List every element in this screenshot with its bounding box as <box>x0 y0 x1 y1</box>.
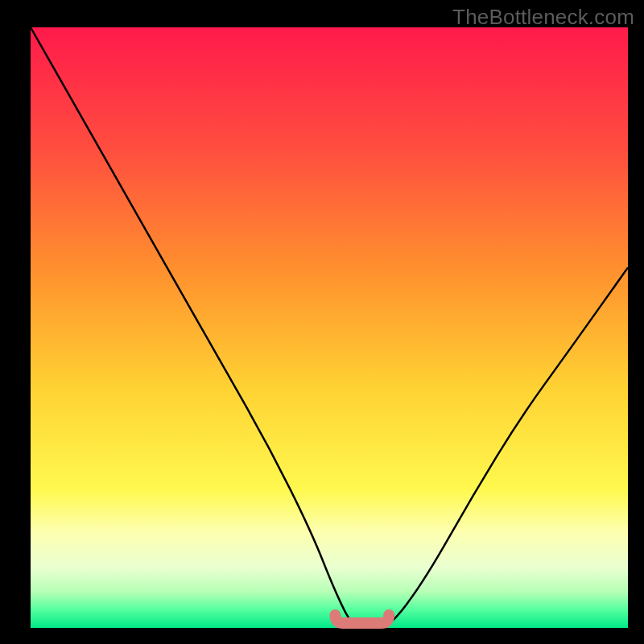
bottleneck-chart <box>0 0 644 644</box>
chart-frame: TheBottleneck.com <box>0 0 644 644</box>
plot-background <box>31 27 628 628</box>
watermark-text: TheBottleneck.com <box>452 5 634 30</box>
